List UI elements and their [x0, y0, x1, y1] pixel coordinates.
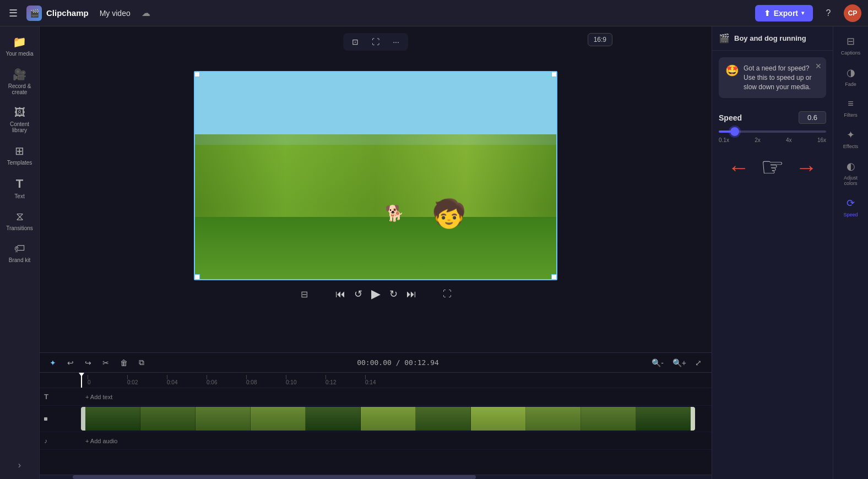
export-label: Export	[774, 9, 798, 18]
effects-icon: ✦	[847, 129, 855, 141]
timeline: ✦ ↩ ↪ ✂ 🗑 ⧉ 00:00.00 / 00:12.94 🔍- 🔍+ ⤢ …	[40, 352, 712, 479]
center-panel: ⊡ ⛶ ··· 16:9 🧒 🐕	[40, 26, 712, 479]
speed-value[interactable]: 0.6	[799, 111, 826, 124]
avatar[interactable]: CP	[844, 4, 861, 22]
sidebar-item-content-library[interactable]: 🖼 Content library	[2, 102, 37, 138]
speed-label: Speed	[719, 113, 742, 122]
audio-track-content[interactable]: + Add audio	[81, 432, 712, 449]
playback-controls: ⊟ ⏮ ↺ ▶ ↻ ⏭ ⛶	[283, 280, 469, 308]
fade-icon: ◑	[847, 67, 855, 79]
clip-right-handle[interactable]	[691, 407, 695, 431]
fullscreen-button[interactable]: ⛶	[443, 289, 452, 299]
preview-area: ⊡ ⛶ ··· 16:9 🧒 🐕	[40, 26, 712, 352]
timeline-ruler: 0 0:02 0:04 0:06 0:08 0:10 0:12 0:14	[40, 373, 712, 388]
tool-filters[interactable]: ≡ Filters	[836, 94, 866, 122]
sidebar-item-text[interactable]: T Text	[2, 172, 37, 204]
resize-handle-bl[interactable]	[194, 274, 200, 280]
clip-title: Boy and dog running	[734, 34, 806, 42]
speed-slider-thumb[interactable]	[730, 127, 739, 136]
speed-slider-track[interactable]	[719, 130, 826, 133]
play-button[interactable]: ▶	[371, 287, 381, 301]
ruler-mark-8: 0:08	[246, 375, 286, 385]
sidebar-label-transitions: Transitions	[6, 225, 33, 231]
speed-label-row: Speed 0.6	[719, 111, 826, 124]
tools-panel: ⊟ Captions ◑ Fade ≡ Filters ✦ Effects ◐ …	[833, 26, 868, 479]
chevron-down-icon: ▾	[801, 10, 804, 16]
speed-tooltip: ✕ 🤩 Got a need for speed? Use this to sp…	[719, 57, 826, 98]
filters-icon: ≡	[848, 98, 854, 110]
speed-icon: ⟳	[847, 197, 855, 209]
aspect-ratio-badge: 16:9	[588, 33, 612, 46]
clip-left-handle[interactable]	[81, 407, 85, 431]
speed-marks: 0.1x 2x 4x 16x	[719, 137, 826, 143]
timeline-scrollbar[interactable]	[40, 475, 712, 479]
ruler-mark-12: 0:12	[326, 375, 365, 385]
speed-mark-2x: 2x	[755, 137, 761, 143]
help-button[interactable]: ?	[820, 4, 837, 22]
tool-label-captions: Captions	[841, 50, 861, 56]
logo-icon: 🎬	[26, 6, 42, 21]
sidebar-expand-button[interactable]: ›	[14, 456, 25, 475]
speed-mark-16x: 16x	[817, 137, 826, 143]
tool-adjust-colors[interactable]: ◐ Adjust colors	[836, 156, 866, 190]
cut-button[interactable]: ✂	[99, 357, 112, 369]
sidebar-item-your-media[interactable]: 📁 Your media	[2, 31, 37, 61]
rewind-button[interactable]: ↺	[354, 288, 362, 300]
menu-button[interactable]: ☰	[7, 5, 20, 21]
tooltip-emoji: 🤩	[725, 64, 739, 77]
resize-handle-tr[interactable]	[551, 72, 557, 77]
topbar: ☰ 🎬 Clipchamp My video ☁ ⬆ Export ▾ ? CP	[0, 0, 868, 26]
timeline-scroll-thumb[interactable]	[73, 475, 476, 479]
tool-fade[interactable]: ◑ Fade	[836, 62, 866, 91]
skip-back-button[interactable]: ⏮	[335, 289, 345, 300]
text-track-content[interactable]: + Add text	[81, 388, 712, 405]
sidebar-item-brand-kit[interactable]: 🏷 Brand kit	[2, 238, 37, 268]
add-audio-button[interactable]: + Add audio	[85, 438, 117, 444]
subtitle-toggle-button[interactable]: ⊟	[301, 289, 308, 300]
text-icon: T	[16, 177, 23, 191]
resize-handle-br[interactable]	[551, 274, 557, 280]
sidebar-item-record-create[interactable]: 🎥 Record & create	[2, 63, 37, 100]
undo-button[interactable]: ↩	[64, 357, 77, 369]
speed-slider-container: 0.1x 2x 4x 16x	[719, 130, 826, 143]
rotate-handle[interactable]: ↻	[370, 279, 381, 280]
video-clip[interactable]	[81, 407, 695, 431]
resize-handle-tl[interactable]	[194, 72, 200, 77]
fullscreen-preview-button[interactable]: ⛶	[367, 35, 384, 48]
export-button[interactable]: ⬆ Export ▾	[755, 5, 813, 21]
tool-speed[interactable]: ⟳ Speed	[836, 193, 866, 222]
add-clip-button[interactable]: ✦	[46, 357, 59, 369]
crop-button[interactable]: ⊡	[348, 35, 363, 48]
speed-arrow-indicator: ← ☞ →	[719, 154, 826, 181]
sidebar-item-templates[interactable]: ⊞ Templates	[2, 140, 37, 170]
tool-label-speed: Speed	[843, 212, 858, 217]
templates-icon: ⊞	[15, 144, 24, 157]
audio-track-label: ♪	[40, 437, 81, 445]
zoom-in-button[interactable]: 🔍+	[669, 357, 690, 369]
fit-button[interactable]: ⤢	[692, 357, 705, 369]
sidebar: 📁 Your media 🎥 Record & create 🖼 Content…	[0, 26, 40, 479]
video-track-content[interactable]	[81, 406, 712, 432]
tool-captions[interactable]: ⊟ Captions	[836, 31, 866, 60]
duplicate-button[interactable]: ⧉	[135, 356, 148, 369]
video-title[interactable]: My video	[95, 7, 135, 20]
add-text-button[interactable]: + Add text	[85, 394, 112, 400]
redo-button[interactable]: ↪	[82, 357, 95, 369]
right-panel-header: 🎬 Boy and dog running	[712, 26, 833, 51]
speed-mark-01x: 0.1x	[719, 137, 729, 143]
more-options-button[interactable]: ···	[388, 35, 404, 48]
tooltip-close-button[interactable]: ✕	[815, 62, 822, 70]
sidebar-label-text: Text	[14, 193, 24, 199]
video-preview[interactable]: 🧒 🐕 ↻	[194, 71, 557, 280]
forward-button[interactable]: ↻	[389, 288, 398, 300]
sidebar-item-transitions[interactable]: ⧖ Transitions	[2, 206, 37, 236]
tool-effects[interactable]: ✦ Effects	[836, 124, 866, 154]
ruler-mark-10: 0:10	[286, 375, 326, 385]
delete-button[interactable]: 🗑	[117, 357, 131, 369]
timeline-tracks: T + Add text	[40, 388, 712, 475]
arrow-left-icon: ←	[728, 155, 750, 180]
cursor-hand-icon: ☞	[761, 154, 784, 181]
skip-forward-button[interactable]: ⏭	[406, 289, 416, 300]
ruler-mark-2: 0:02	[127, 375, 167, 385]
zoom-out-button[interactable]: 🔍-	[648, 357, 667, 369]
